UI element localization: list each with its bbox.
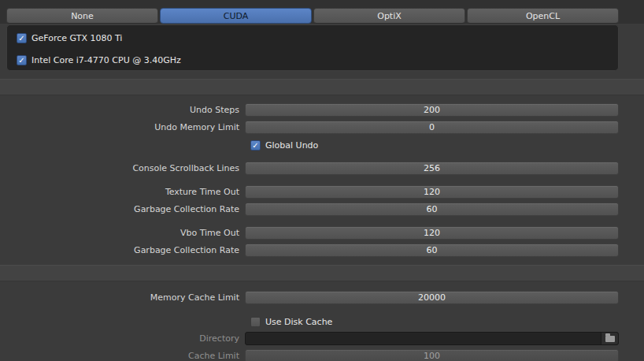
console-scrollback-label: Console Scrollback Lines [0, 163, 245, 173]
row-directory: Directory [0, 332, 619, 345]
device-gpu-label: GeForce GTX 1080 Ti [31, 33, 122, 43]
cache-limit-label: Cache Limit [0, 351, 245, 361]
texture-gc-rate-field[interactable]: 60 [245, 203, 619, 216]
row-texture-time-out: Texture Time Out 120 [0, 185, 619, 199]
row-use-disk-cache[interactable]: Use Disk Cache [250, 315, 619, 329]
cache-limit-field[interactable]: 100 [245, 349, 619, 361]
undo-memory-limit-label: Undo Memory Limit [0, 122, 245, 132]
memory-cache-limit-field[interactable]: 20000 [245, 291, 619, 304]
check-icon: ✓ [18, 55, 24, 65]
row-memory-cache-limit: Memory Cache Limit 20000 [0, 291, 619, 304]
cuda-devices-panel: ✓ GeForce GTX 1080 Ti ✓ Intel Core i7-47… [6, 24, 619, 71]
row-undo-memory-limit: Undo Memory Limit 0 [0, 121, 619, 134]
texture-time-out-label: Texture Time Out [0, 187, 245, 197]
directory-field[interactable] [245, 332, 619, 345]
use-disk-cache-label: Use Disk Cache [265, 317, 332, 327]
device-row-cpu[interactable]: ✓ Intel Core i7-4770 CPU @ 3.40GHz [17, 54, 181, 65]
open-directory-button[interactable] [601, 333, 618, 344]
check-icon: ✓ [18, 33, 24, 43]
tab-none[interactable]: None [6, 8, 158, 24]
row-undo-steps: Undo Steps 200 [0, 103, 619, 117]
row-global-undo[interactable]: ✓ Global Undo [250, 139, 619, 152]
folder-icon [605, 336, 615, 342]
tab-opencl[interactable]: OpenCL [467, 8, 619, 24]
row-console-scrollback: Console Scrollback Lines 256 [0, 162, 619, 175]
device-row-gpu[interactable]: ✓ GeForce GTX 1080 Ti [17, 32, 122, 43]
row-vbo-time-out: Vbo Time Out 120 [0, 226, 619, 240]
section-separator-top [0, 79, 644, 95]
directory-label: Directory [0, 333, 245, 344]
check-icon: ✓ [252, 140, 258, 151]
undo-memory-limit-field[interactable]: 0 [245, 121, 619, 134]
vbo-time-out-label: Vbo Time Out [0, 228, 245, 238]
vbo-time-out-field[interactable]: 120 [245, 226, 619, 240]
tab-optix[interactable]: OptiX [313, 8, 465, 24]
checkbox-gpu-checked[interactable]: ✓ [17, 33, 27, 43]
undo-steps-field[interactable]: 200 [245, 103, 619, 117]
undo-steps-label: Undo Steps [0, 105, 245, 115]
section-separator-bottom [0, 265, 644, 281]
checkbox-global-undo[interactable]: ✓ [250, 140, 261, 151]
tab-cuda[interactable]: CUDA [160, 8, 312, 24]
row-cache-limit: Cache Limit 100 [0, 349, 619, 361]
checkbox-cpu-checked[interactable]: ✓ [17, 55, 27, 65]
memory-cache-limit-label: Memory Cache Limit [0, 292, 245, 303]
texture-time-out-field[interactable]: 120 [245, 185, 619, 199]
texture-gc-rate-label: Garbage Collection Rate [0, 204, 245, 214]
row-vbo-gc-rate: Garbage Collection Rate 60 [0, 244, 619, 257]
checkbox-use-disk-cache[interactable] [250, 317, 261, 327]
global-undo-label: Global Undo [265, 140, 318, 151]
vbo-gc-rate-field[interactable]: 60 [245, 244, 619, 257]
vbo-gc-rate-label: Garbage Collection Rate [0, 245, 245, 255]
row-texture-gc-rate: Garbage Collection Rate 60 [0, 203, 619, 216]
device-type-tabbar: None CUDA OptiX OpenCL [6, 8, 619, 24]
console-scrollback-field[interactable]: 256 [245, 162, 619, 175]
device-cpu-label: Intel Core i7-4770 CPU @ 3.40GHz [31, 55, 181, 65]
